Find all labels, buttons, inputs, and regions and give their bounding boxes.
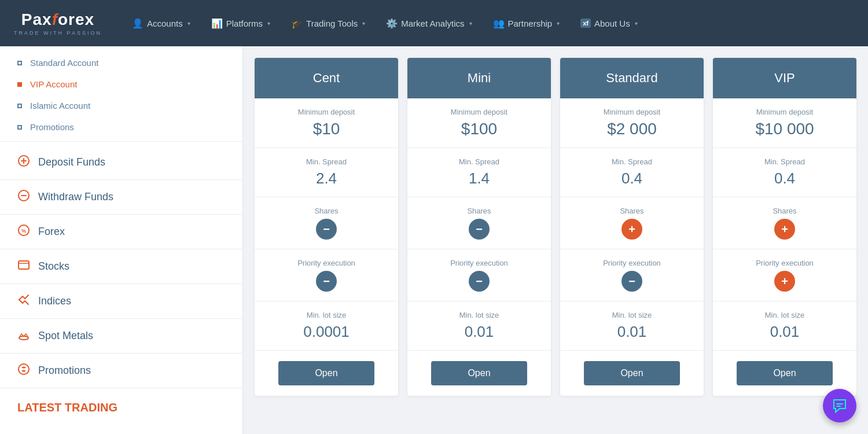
standard-account-bullet	[17, 61, 22, 65]
sidebar-item-stocks[interactable]: Stocks	[0, 249, 242, 284]
indices-icon	[17, 293, 30, 309]
sidebar-item-spot-metals[interactable]: Spot Metals	[0, 319, 242, 354]
min-spread-label: Min. Spread	[459, 157, 499, 166]
comparison-area: Cent Minimum deposit $10 Min. Spread 2.4…	[243, 46, 868, 434]
plan-priority-standard: Priority execution −	[560, 249, 704, 301]
plan-min-deposit-mini: Minimum deposit $100	[407, 98, 551, 148]
plan-shares-mini: Shares −	[407, 197, 551, 249]
nav-platforms[interactable]: 📊 Platforms ▾	[201, 0, 281, 46]
plan-priority-cent: Priority execution −	[255, 249, 398, 301]
plan-min-spread-vip: Min. Spread 0.4	[713, 148, 856, 197]
min-spread-value: 2.4	[316, 170, 337, 187]
main-layout: Standard Account VIP Account Islamic Acc…	[0, 46, 868, 434]
min-spread-value: 0.4	[621, 170, 642, 187]
plan-body-standard: Minimum deposit $2 000 Min. Spread 0.4 S…	[560, 98, 704, 351]
sidebar-item-standard-account[interactable]: Standard Account	[0, 52, 242, 73]
lot-size-value: 0.01	[617, 323, 647, 341]
sidebar-item-islamic-account[interactable]: Islamic Account	[0, 95, 242, 116]
nav-market-analytics-label: Market Analytics	[401, 19, 464, 28]
lot-size-value: 0.01	[770, 323, 800, 341]
nav-about-us[interactable]: xf About Us ▾	[570, 0, 648, 46]
plan-card-cent: Cent Minimum deposit $10 Min. Spread 2.4…	[255, 58, 398, 396]
trading-tools-chevron: ▾	[362, 20, 365, 27]
min-deposit-value: $100	[461, 120, 497, 138]
shares-label: Shares	[620, 207, 643, 215]
sidebar-item-forex[interactable]: % Forex	[0, 215, 242, 249]
sidebar-latest-trading: LATEST TRADING	[0, 388, 242, 421]
plan-header-standard: Standard	[560, 58, 704, 98]
plan-body-cent: Minimum deposit $10 Min. Spread 2.4 Shar…	[255, 98, 398, 351]
partnership-icon: 👥	[493, 18, 505, 29]
plan-min-deposit-cent: Minimum deposit $10	[255, 98, 398, 148]
sidebar-item-vip-account[interactable]: VIP Account	[0, 73, 242, 95]
logo-tagline: TRADE WITH PASSION	[14, 30, 102, 36]
min-deposit-value: $2 000	[607, 120, 657, 138]
nav-items: 👤 Accounts ▾ 📊 Platforms ▾ 🎓 Trading Too…	[122, 0, 856, 46]
chat-bubble[interactable]	[823, 389, 856, 422]
priority-label: Priority execution	[297, 259, 355, 267]
plan-lot-size-standard: Min. lot size 0.01	[560, 301, 704, 351]
open-button-cent[interactable]: Open	[278, 361, 374, 385]
open-button-standard[interactable]: Open	[584, 361, 680, 385]
plan-min-deposit-standard: Minimum deposit $2 000	[560, 98, 704, 148]
svg-point-6	[19, 364, 29, 374]
plan-min-deposit-vip: Minimum deposit $10 000	[713, 98, 856, 148]
sidebar-item-deposit-funds[interactable]: Deposit Funds	[0, 145, 242, 180]
priority-label: Priority execution	[603, 259, 661, 267]
min-spread-value: 0.4	[774, 170, 795, 187]
plan-card-mini: Mini Minimum deposit $100 Min. Spread 1.…	[407, 58, 551, 396]
plan-body-mini: Minimum deposit $100 Min. Spread 1.4 Sha…	[407, 98, 551, 351]
sidebar: Standard Account VIP Account Islamic Acc…	[0, 46, 243, 434]
sidebar-item-promotions[interactable]: Promotions	[0, 354, 242, 388]
open-button-vip[interactable]: Open	[737, 361, 833, 385]
min-deposit-value: $10 000	[755, 120, 814, 138]
lot-size-label: Min. lot size	[612, 311, 652, 319]
logo-orex: orex	[58, 10, 94, 28]
islamic-account-bullet	[17, 104, 22, 108]
priority-label: Priority execution	[756, 259, 814, 267]
min-deposit-label: Minimum deposit	[298, 108, 355, 116]
plan-min-spread-mini: Min. Spread 1.4	[407, 148, 551, 197]
open-button-mini[interactable]: Open	[431, 361, 527, 385]
navbar: Paxforex TRADE WITH PASSION 👤 Accounts ▾…	[0, 0, 868, 46]
plan-card-standard: Standard Minimum deposit $2 000 Min. Spr…	[560, 58, 704, 396]
withdraw-funds-icon	[17, 189, 30, 205]
nav-partnership-label: Partnership	[508, 19, 553, 28]
islamic-account-label: Islamic Account	[30, 101, 90, 111]
plan-min-spread-standard: Min. Spread 0.4	[560, 148, 704, 197]
lot-size-value: 0.01	[465, 323, 494, 341]
shares-minus-icon: −	[469, 219, 490, 240]
promotions-sub-bullet	[17, 125, 22, 130]
shares-plus-icon: +	[774, 219, 795, 240]
sidebar-item-promotions-sub[interactable]: Promotions	[0, 116, 242, 138]
deposit-funds-icon	[17, 155, 30, 170]
plan-priority-mini: Priority execution −	[407, 249, 551, 301]
platforms-chevron: ▾	[267, 20, 270, 27]
logo[interactable]: Paxforex TRADE WITH PASSION	[12, 10, 104, 36]
nav-trading-tools[interactable]: 🎓 Trading Tools ▾	[281, 0, 376, 46]
shares-plus-icon: +	[621, 219, 642, 240]
stocks-label: Stocks	[38, 260, 69, 273]
priority-minus-icon: −	[316, 271, 337, 292]
spot-metals-label: Spot Metals	[38, 330, 93, 342]
priority-minus-icon: −	[469, 271, 490, 292]
priority-label: Priority execution	[450, 259, 508, 267]
platforms-icon: 📊	[211, 18, 223, 29]
standard-account-label: Standard Account	[30, 58, 98, 68]
nav-accounts[interactable]: 👤 Accounts ▾	[122, 0, 201, 46]
logo-pax: Pax	[21, 10, 52, 28]
shares-label: Shares	[773, 207, 796, 215]
nav-market-analytics[interactable]: ⚙️ Market Analytics ▾	[376, 0, 482, 46]
sidebar-item-indices[interactable]: Indices	[0, 284, 242, 319]
plan-shares-vip: Shares +	[713, 197, 856, 249]
plan-shares-standard: Shares +	[560, 197, 704, 249]
nav-partnership[interactable]: 👥 Partnership ▾	[483, 0, 571, 46]
sidebar-item-withdraw-funds[interactable]: Withdraw Funds	[0, 180, 242, 215]
nav-about-us-label: About Us	[594, 19, 630, 28]
partnership-chevron: ▾	[557, 20, 560, 27]
lot-size-label: Min. lot size	[765, 311, 805, 319]
market-analytics-icon: ⚙️	[386, 18, 398, 29]
plan-lot-size-vip: Min. lot size 0.01	[713, 301, 856, 351]
min-spread-label: Min. Spread	[764, 157, 805, 166]
plan-footer-mini: Open	[407, 351, 551, 396]
